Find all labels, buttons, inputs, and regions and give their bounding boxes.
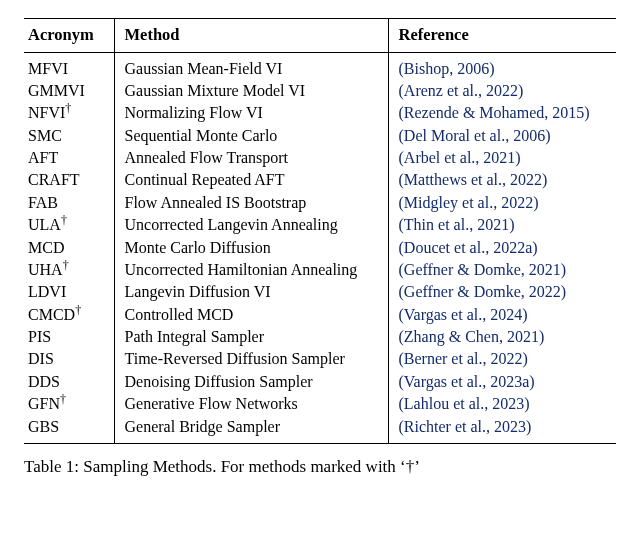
dagger-icon: † [61, 213, 67, 227]
reference-cell: (Arenz et al., 2022) [388, 80, 616, 102]
dagger-icon: † [65, 101, 71, 115]
table-row: LDVILangevin Diffusion VI(Geffner & Domk… [24, 281, 616, 303]
dagger-icon: † [75, 302, 81, 316]
table-row: ULA†Uncorrected Langevin Annealing(Thin … [24, 214, 616, 236]
table-row: CRAFTContinual Repeated AFT(Matthews et … [24, 169, 616, 191]
reference-cell: (Lahlou et al., 2023) [388, 393, 616, 415]
reference-link[interactable]: (Vargas et al., 2023a) [399, 373, 535, 390]
reference-cell: (Richter et al., 2023) [388, 415, 616, 442]
method-cell: Langevin Diffusion VI [114, 281, 388, 303]
reference-link[interactable]: (Berner et al., 2022) [399, 350, 528, 367]
acronym-cell: NFVI† [24, 102, 114, 124]
reference-link[interactable]: (Richter et al., 2023) [399, 418, 532, 435]
header-method: Method [114, 19, 388, 52]
reference-link[interactable]: (Del Moral et al., 2006) [399, 127, 551, 144]
method-cell: Flow Annealed IS Bootstrap [114, 192, 388, 214]
header-row: Acronym Method Reference [24, 19, 616, 52]
acronym-cell: CMCD† [24, 303, 114, 325]
table-row: CMCD†Controlled MCD(Vargas et al., 2024) [24, 303, 616, 325]
caption: Table 1: Sampling Methods. For methods m… [24, 444, 616, 479]
table-row: GFN†Generative Flow Networks(Lahlou et a… [24, 393, 616, 415]
acronym-cell: MCD [24, 236, 114, 258]
acronym-cell: LDVI [24, 281, 114, 303]
header-reference: Reference [388, 19, 616, 52]
reference-cell: (Rezende & Mohamed, 2015) [388, 102, 616, 124]
dagger-icon: † [60, 392, 66, 406]
method-cell: General Bridge Sampler [114, 415, 388, 442]
table-row: NFVI†Normalizing Flow VI(Rezende & Moham… [24, 102, 616, 124]
table-row: GBSGeneral Bridge Sampler(Richter et al.… [24, 415, 616, 442]
reference-link[interactable]: (Arbel et al., 2021) [399, 149, 521, 166]
table-row: SMCSequential Monte Carlo(Del Moral et a… [24, 124, 616, 146]
reference-link[interactable]: (Thin et al., 2021) [399, 216, 515, 233]
method-cell: Controlled MCD [114, 303, 388, 325]
acronym-cell: UHA† [24, 259, 114, 281]
table-row: AFTAnnealed Flow Transport(Arbel et al.,… [24, 147, 616, 169]
reference-cell: (Vargas et al., 2024) [388, 303, 616, 325]
reference-cell: (Thin et al., 2021) [388, 214, 616, 236]
table-row: MCDMonte Carlo Diffusion(Doucet et al., … [24, 236, 616, 258]
method-cell: Normalizing Flow VI [114, 102, 388, 124]
reference-cell: (Doucet et al., 2022a) [388, 236, 616, 258]
method-cell: Denoising Diffusion Sampler [114, 371, 388, 393]
reference-link[interactable]: (Rezende & Mohamed, 2015) [399, 104, 590, 121]
method-cell: Annealed Flow Transport [114, 147, 388, 169]
method-cell: Gaussian Mean-Field VI [114, 53, 388, 80]
acronym-cell: MFVI [24, 53, 114, 80]
method-cell: Time-Reversed Diffusion Sampler [114, 348, 388, 370]
reference-link[interactable]: (Midgley et al., 2022) [399, 194, 539, 211]
method-cell: Continual Repeated AFT [114, 169, 388, 191]
reference-link[interactable]: (Bishop, 2006) [399, 60, 495, 77]
reference-link[interactable]: (Vargas et al., 2024) [399, 306, 528, 323]
table-row: MFVIGaussian Mean-Field VI(Bishop, 2006) [24, 53, 616, 80]
table-figure: Acronym Method Reference MFVIGaussian Me… [0, 0, 640, 478]
reference-link[interactable]: (Doucet et al., 2022a) [399, 239, 538, 256]
acronym-cell: CRAFT [24, 169, 114, 191]
acronym-cell: DIS [24, 348, 114, 370]
method-cell: Gaussian Mixture Model VI [114, 80, 388, 102]
method-cell: Path Integral Sampler [114, 326, 388, 348]
reference-cell: (Del Moral et al., 2006) [388, 124, 616, 146]
method-cell: Uncorrected Langevin Annealing [114, 214, 388, 236]
table-row: DDSDenoising Diffusion Sampler(Vargas et… [24, 371, 616, 393]
caption-text: Table 1: Sampling Methods. For methods m… [24, 457, 420, 476]
table-body: MFVIGaussian Mean-Field VI(Bishop, 2006)… [24, 53, 616, 443]
reference-cell: (Geffner & Domke, 2022) [388, 281, 616, 303]
acronym-cell: ULA† [24, 214, 114, 236]
methods-table: Acronym Method Reference MFVIGaussian Me… [24, 19, 616, 443]
table-row: GMMVIGaussian Mixture Model VI(Arenz et … [24, 80, 616, 102]
method-cell: Generative Flow Networks [114, 393, 388, 415]
reference-cell: (Arbel et al., 2021) [388, 147, 616, 169]
reference-cell: (Midgley et al., 2022) [388, 192, 616, 214]
table-row: FABFlow Annealed IS Bootstrap(Midgley et… [24, 192, 616, 214]
table-row: PISPath Integral Sampler(Zhang & Chen, 2… [24, 326, 616, 348]
reference-cell: (Berner et al., 2022) [388, 348, 616, 370]
reference-cell: (Bishop, 2006) [388, 53, 616, 80]
table-row: DISTime-Reversed Diffusion Sampler(Berne… [24, 348, 616, 370]
reference-link[interactable]: (Zhang & Chen, 2021) [399, 328, 545, 345]
reference-link[interactable]: (Lahlou et al., 2023) [399, 395, 530, 412]
acronym-cell: PIS [24, 326, 114, 348]
acronym-cell: GBS [24, 415, 114, 442]
dagger-icon: † [63, 258, 69, 272]
method-cell: Sequential Monte Carlo [114, 124, 388, 146]
acronym-cell: DDS [24, 371, 114, 393]
reference-cell: (Geffner & Domke, 2021) [388, 259, 616, 281]
reference-link[interactable]: (Geffner & Domke, 2021) [399, 261, 567, 278]
reference-cell: (Zhang & Chen, 2021) [388, 326, 616, 348]
reference-link[interactable]: (Matthews et al., 2022) [399, 171, 548, 188]
method-cell: Monte Carlo Diffusion [114, 236, 388, 258]
header-acronym: Acronym [24, 19, 114, 52]
reference-link[interactable]: (Geffner & Domke, 2022) [399, 283, 567, 300]
reference-cell: (Vargas et al., 2023a) [388, 371, 616, 393]
acronym-cell: AFT [24, 147, 114, 169]
reference-cell: (Matthews et al., 2022) [388, 169, 616, 191]
acronym-cell: FAB [24, 192, 114, 214]
acronym-cell: SMC [24, 124, 114, 146]
table-row: UHA†Uncorrected Hamiltonian Annealing(Ge… [24, 259, 616, 281]
method-cell: Uncorrected Hamiltonian Annealing [114, 259, 388, 281]
acronym-cell: GMMVI [24, 80, 114, 102]
reference-link[interactable]: (Arenz et al., 2022) [399, 82, 524, 99]
acronym-cell: GFN† [24, 393, 114, 415]
